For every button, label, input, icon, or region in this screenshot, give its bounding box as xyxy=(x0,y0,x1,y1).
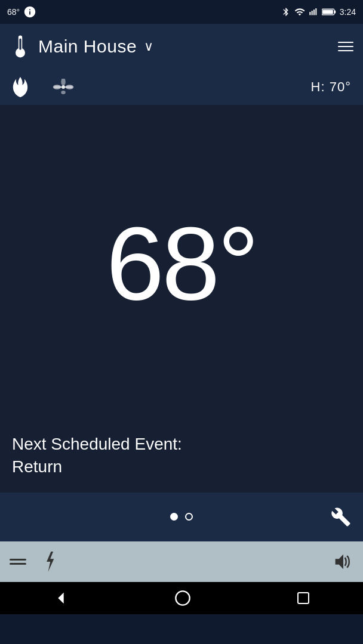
svg-point-10 xyxy=(61,85,65,89)
svg-rect-21 xyxy=(298,593,309,603)
svg-rect-0 xyxy=(309,12,310,15)
svg-marker-19 xyxy=(58,592,63,603)
svg-point-13 xyxy=(61,79,66,86)
nav-recent-button[interactable] xyxy=(296,591,310,605)
wrench-icon[interactable] xyxy=(331,507,351,527)
sound-icon[interactable] xyxy=(333,553,353,571)
nav-back-button[interactable] xyxy=(53,590,69,606)
hamburger-menu-icon[interactable] xyxy=(338,42,353,51)
svg-rect-3 xyxy=(315,8,316,15)
flame-icon[interactable] xyxy=(12,77,29,97)
svg-rect-5 xyxy=(334,11,336,14)
header-title-area[interactable]: Main House ∨ xyxy=(38,36,331,57)
svg-rect-9 xyxy=(19,38,21,49)
page-dot-2[interactable] xyxy=(185,513,193,521)
nav-home-button[interactable] xyxy=(174,590,191,606)
header-title: Main House xyxy=(38,36,137,57)
bluetooth-icon xyxy=(281,7,291,17)
thermometer-icon xyxy=(10,36,31,57)
chevron-down-icon[interactable]: ∨ xyxy=(144,39,153,54)
status-left: 68° xyxy=(7,5,36,18)
settings-icon xyxy=(23,5,36,18)
toolbar-left xyxy=(12,77,74,97)
status-bar: 68° 3:24 xyxy=(0,0,363,24)
action-bar-left xyxy=(10,552,56,572)
svg-rect-6 xyxy=(322,10,333,14)
wifi-icon xyxy=(294,7,305,17)
toolbar: H: 70° xyxy=(0,69,363,105)
scheduled-event-line1: Next Scheduled Event: xyxy=(12,435,182,453)
page-indicators xyxy=(170,513,193,521)
status-right: 3:24 xyxy=(281,7,356,17)
svg-point-14 xyxy=(61,91,66,94)
svg-marker-17 xyxy=(47,552,54,572)
status-time: 3:24 xyxy=(340,7,356,17)
bottom-nav xyxy=(0,493,363,541)
scheduled-event-line2: Return xyxy=(12,457,62,476)
temperature-display[interactable]: 68° xyxy=(106,211,257,315)
main-content: 68° xyxy=(0,105,363,421)
heat-setpoint[interactable]: H: 70° xyxy=(311,79,351,95)
signal-icon xyxy=(309,7,318,17)
svg-rect-2 xyxy=(313,10,315,15)
battery-icon xyxy=(322,7,336,17)
action-menu-icon[interactable] xyxy=(10,559,26,565)
fan-icon[interactable] xyxy=(53,79,74,95)
page-dot-1[interactable] xyxy=(170,513,178,521)
android-nav-bar xyxy=(0,582,363,614)
bottom-nav-inner xyxy=(12,507,351,527)
header: Main House ∨ xyxy=(0,24,363,69)
svg-point-20 xyxy=(176,591,189,605)
svg-marker-18 xyxy=(336,554,343,568)
status-temp: 68° xyxy=(7,7,20,17)
svg-rect-1 xyxy=(311,11,312,15)
scheduled-event: Next Scheduled Event: Return xyxy=(0,421,363,493)
action-bar xyxy=(0,541,363,582)
lightning-icon[interactable] xyxy=(43,552,56,572)
